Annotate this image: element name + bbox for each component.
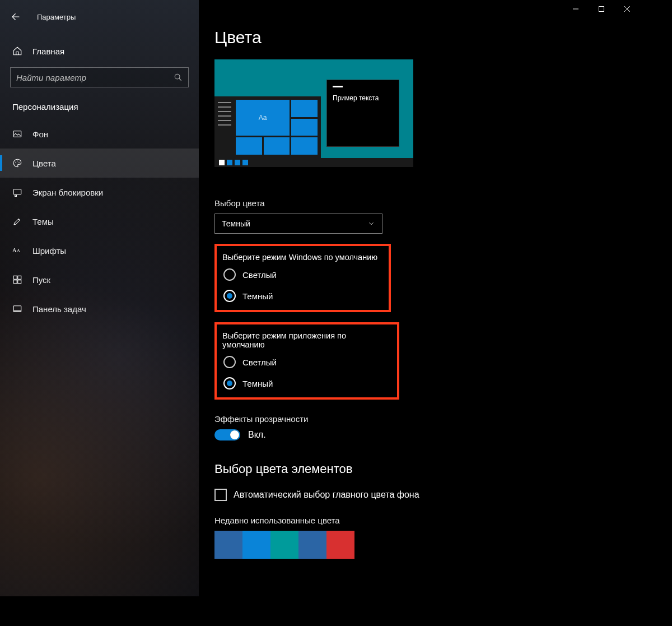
transparency-toggle[interactable] — [214, 429, 240, 440]
palette-icon — [12, 158, 22, 168]
sidebar-item-colors[interactable]: Цвета — [0, 149, 199, 178]
preview-start-menu: Aa — [214, 96, 321, 158]
close-button[interactable] — [614, 0, 640, 18]
recent-colors-label: Недавно использованные цвета — [214, 516, 640, 525]
brush-icon — [12, 216, 22, 226]
main-panel: Цвета Aa Пример текста Выбор цвета Темны… — [199, 0, 640, 596]
app-mode-light[interactable]: Светлый — [223, 356, 388, 368]
accent-heading: Выбор цвета элементов — [214, 462, 640, 476]
auto-accent-checkbox-row[interactable]: Автоматический выбор главного цвета фона — [214, 489, 640, 501]
minimize-icon — [572, 6, 579, 12]
minimize-button[interactable] — [563, 0, 589, 18]
image-icon — [12, 129, 22, 139]
sidebar-item-themes[interactable]: Темы — [0, 207, 199, 236]
window-title: Параметры — [37, 13, 76, 21]
radio-icon — [223, 268, 236, 281]
app-mode-label: Выберите режим приложения по умолчанию — [222, 331, 388, 349]
recent-colors-row — [214, 531, 640, 559]
settings-sidebar: Параметры Главная Персонализация Фон Цве… — [0, 0, 199, 596]
preview-taskbar — [214, 158, 413, 167]
window-controls — [563, 0, 640, 18]
close-icon — [624, 6, 631, 12]
sidebar-home[interactable]: Главная — [0, 38, 199, 64]
transparency-state: Вкл. — [248, 430, 266, 440]
search-icon — [174, 73, 183, 82]
svg-text:A: A — [17, 248, 20, 253]
lock-screen-icon — [12, 187, 22, 197]
radio-label: Темный — [242, 379, 273, 388]
sidebar-item-taskbar[interactable]: Панель задач — [0, 294, 199, 323]
page-title: Цвета — [214, 28, 640, 47]
search-input[interactable] — [16, 73, 174, 82]
app-mode-group: Выберите режим приложения по умолчанию С… — [214, 322, 399, 400]
color-swatch[interactable] — [242, 531, 270, 559]
svg-text:A: A — [12, 247, 17, 253]
svg-point-4 — [18, 162, 20, 163]
sidebar-item-label: Панель задач — [32, 304, 86, 314]
radio-label: Светлый — [242, 270, 277, 280]
svg-rect-5 — [13, 189, 21, 194]
preview-tile-aa: Aa — [236, 100, 290, 136]
color-swatch[interactable] — [326, 531, 354, 559]
color-choice-dropdown[interactable]: Темный — [214, 214, 382, 234]
svg-rect-10 — [18, 276, 21, 279]
color-swatch[interactable] — [214, 531, 242, 559]
preview-sample-text: Пример текста — [333, 94, 393, 102]
preview-sample-window: Пример текста — [326, 80, 399, 147]
maximize-icon — [598, 6, 605, 12]
svg-rect-15 — [599, 7, 604, 12]
checkbox-label: Автоматический выбор главного цвета фона — [234, 490, 419, 500]
sidebar-home-label: Главная — [32, 47, 64, 56]
svg-rect-1 — [13, 131, 21, 137]
sidebar-item-label: Экран блокировки — [32, 188, 103, 197]
svg-rect-11 — [13, 280, 17, 284]
sidebar-item-label: Темы — [32, 217, 54, 226]
font-icon: AA — [12, 245, 22, 256]
arrow-left-icon — [11, 12, 21, 22]
checkbox-icon — [214, 489, 227, 501]
theme-preview: Aa Пример текста — [214, 59, 413, 167]
sidebar-item-background[interactable]: Фон — [0, 119, 199, 149]
sidebar-item-lockscreen[interactable]: Экран блокировки — [0, 178, 199, 207]
windows-mode-label: Выберите режим Windows по умолчанию — [222, 253, 380, 262]
sidebar-item-label: Фон — [32, 129, 48, 139]
transparency-label: Эффекты прозрачности — [214, 414, 640, 424]
taskbar-icon — [12, 304, 22, 314]
sidebar-item-label: Цвета — [32, 159, 56, 168]
radio-icon — [223, 356, 236, 368]
windows-mode-light[interactable]: Светлый — [223, 268, 380, 281]
back-button[interactable] — [10, 11, 21, 22]
search-input-wrapper[interactable] — [10, 67, 189, 87]
radio-checked-icon — [223, 377, 236, 389]
maximize-button[interactable] — [589, 0, 614, 18]
svg-rect-12 — [18, 280, 21, 284]
svg-point-3 — [17, 161, 18, 162]
sidebar-category: Персонализация — [0, 87, 199, 119]
sidebar-item-label: Пуск — [32, 275, 50, 285]
svg-point-2 — [15, 162, 16, 163]
dropdown-value: Темный — [222, 219, 250, 228]
windows-mode-group: Выберите режим Windows по умолчанию Свет… — [214, 244, 391, 312]
color-swatch[interactable] — [270, 531, 298, 559]
svg-rect-9 — [13, 276, 17, 279]
radio-label: Светлый — [242, 358, 277, 367]
start-icon — [12, 275, 22, 285]
sidebar-item-fonts[interactable]: AA Шрифты — [0, 236, 199, 265]
chevron-down-icon — [367, 220, 375, 228]
app-mode-dark[interactable]: Темный — [223, 377, 388, 389]
sidebar-item-label: Шрифты — [32, 246, 66, 256]
home-icon — [12, 46, 22, 56]
radio-label: Темный — [242, 291, 273, 301]
svg-rect-6 — [15, 195, 17, 196]
svg-rect-14 — [13, 310, 21, 312]
windows-mode-dark[interactable]: Темный — [223, 290, 380, 302]
radio-checked-icon — [223, 290, 236, 302]
color-swatch[interactable] — [298, 531, 326, 559]
sidebar-item-start[interactable]: Пуск — [0, 265, 199, 294]
color-choice-label: Выбор цвета — [214, 198, 640, 208]
